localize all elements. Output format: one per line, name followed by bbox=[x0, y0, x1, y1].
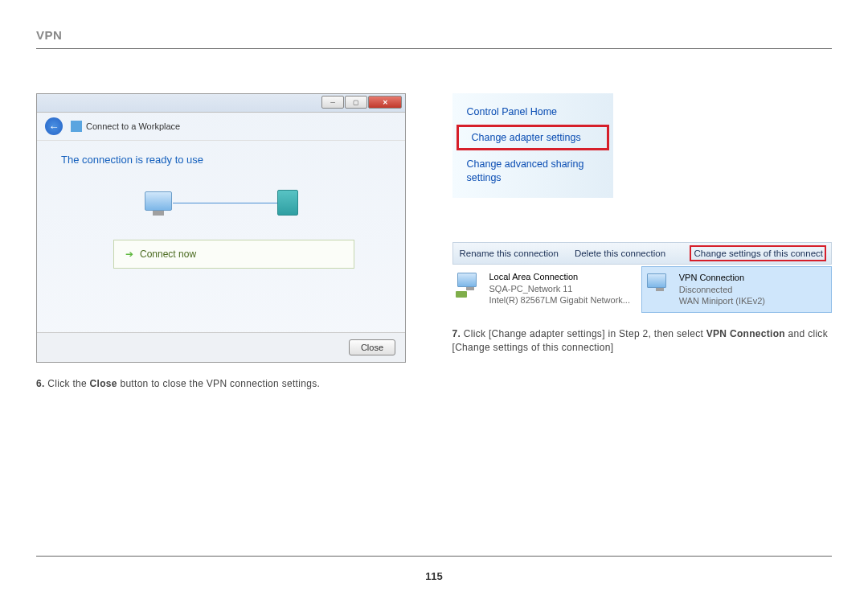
connection-device: WAN Miniport (IKEv2) bbox=[679, 295, 765, 307]
server-icon bbox=[277, 190, 298, 216]
vpn-dialog: ─ ▢ ✕ ← Connect to a Workplace The conne… bbox=[36, 93, 406, 363]
caption-text: Click the bbox=[45, 378, 90, 389]
footer-divider bbox=[36, 556, 832, 557]
connections-list: Local Area Connection SQA-PC_Network 11 … bbox=[452, 266, 833, 314]
network-adapter-icon bbox=[457, 273, 483, 295]
page-title: VPN bbox=[36, 28, 832, 42]
close-icon[interactable]: ✕ bbox=[368, 96, 402, 109]
connection-item-vpn[interactable]: VPN Connection Disconnected WAN Miniport… bbox=[641, 266, 832, 314]
client-pc-icon bbox=[144, 191, 173, 214]
connection-status: Disconnected bbox=[679, 284, 765, 296]
workplace-icon bbox=[71, 121, 82, 132]
connection-item-local[interactable]: Local Area Connection SQA-PC_Network 11 … bbox=[452, 266, 641, 314]
close-button[interactable]: Close bbox=[349, 339, 395, 355]
minimize-button[interactable]: ─ bbox=[321, 96, 344, 109]
dialog-footer: Close bbox=[37, 332, 405, 362]
connect-now-button[interactable]: ➔ Connect now bbox=[113, 240, 354, 269]
connection-title: VPN Connection bbox=[679, 272, 765, 284]
caption-text: Click [Change adapter settings] in Step … bbox=[461, 328, 706, 339]
delete-connection-link[interactable]: Delete this connection bbox=[575, 249, 665, 258]
connection-device: Intel(R) 82567LM Gigabit Network... bbox=[489, 294, 630, 306]
connection-toolbar: Rename this connection Delete this conne… bbox=[452, 242, 833, 265]
dialog-breadcrumb-row: ← Connect to a Workplace bbox=[37, 113, 405, 141]
connection-line-icon bbox=[173, 203, 277, 203]
connect-now-label: Connect now bbox=[140, 249, 196, 260]
connection-graphic bbox=[61, 190, 381, 216]
connection-subtitle: SQA-PC_Network 11 bbox=[489, 283, 630, 295]
maximize-button[interactable]: ▢ bbox=[345, 96, 367, 109]
page-number: 115 bbox=[0, 570, 868, 582]
network-adapter-icon bbox=[647, 273, 673, 296]
ready-status-text: The connection is ready to use bbox=[61, 154, 381, 166]
back-arrow-icon[interactable]: ← bbox=[45, 117, 63, 135]
caption-number: 6. bbox=[36, 378, 45, 389]
change-settings-link[interactable]: Change settings of this connect bbox=[691, 247, 825, 260]
control-panel-sidebar: Control Panel Home Change adapter settin… bbox=[452, 93, 613, 198]
dialog-breadcrumb: Connect to a Workplace bbox=[86, 121, 180, 131]
sidebar-item-home[interactable]: Control Panel Home bbox=[452, 103, 613, 121]
sidebar-item-adapter-settings[interactable]: Change adapter settings bbox=[457, 125, 608, 150]
header-divider bbox=[36, 48, 832, 49]
step-6-caption: 6. Click the Close button to close the V… bbox=[36, 377, 416, 391]
step-7-caption: 7. Click [Change adapter settings] in St… bbox=[452, 327, 833, 355]
arrow-right-icon: ➔ bbox=[125, 249, 133, 260]
caption-text: button to close the VPN connection setti… bbox=[117, 378, 320, 389]
rename-connection-link[interactable]: Rename this connection bbox=[460, 249, 559, 258]
caption-number: 7. bbox=[452, 328, 461, 339]
dialog-titlebar: ─ ▢ ✕ bbox=[37, 94, 405, 113]
sidebar-item-sharing-settings[interactable]: Change advanced sharing settings bbox=[452, 154, 613, 188]
caption-bold: VPN Connection bbox=[706, 328, 785, 339]
connection-title: Local Area Connection bbox=[489, 271, 630, 283]
caption-bold: Close bbox=[90, 378, 117, 389]
